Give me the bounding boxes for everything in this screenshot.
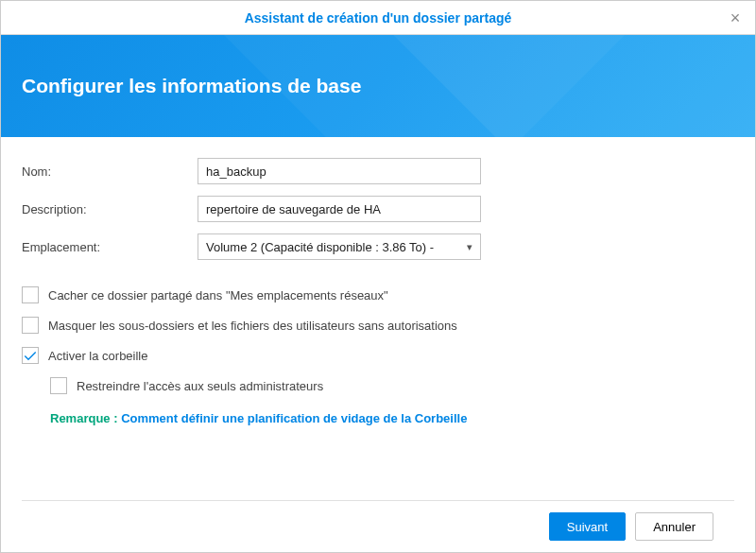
titlebar: Assistant de création d'un dossier parta…: [1, 1, 755, 35]
row-name: Nom:: [22, 158, 734, 184]
recycle-bin-checkbox[interactable]: [22, 347, 39, 364]
hide-folder-label: Cacher ce dossier partagé dans "Mes empl…: [48, 288, 388, 302]
name-label: Nom:: [22, 164, 198, 179]
checkbox-row-hide-folder: Cacher ce dossier partagé dans "Mes empl…: [22, 286, 734, 303]
note-link[interactable]: Comment définir une planification de vid…: [121, 411, 467, 425]
location-select[interactable]: Volume 2 (Capacité disponible : 3.86 To)…: [198, 233, 481, 260]
row-location: Emplacement: Volume 2 (Capacité disponib…: [22, 233, 734, 260]
hide-subfolders-label: Masquer les sous-dossiers et les fichier…: [48, 319, 457, 333]
banner-title: Configurer les informations de base: [22, 75, 361, 97]
row-description: Description:: [22, 196, 734, 222]
footer: Suivant Annuler: [22, 500, 734, 552]
chevron-down-icon: ▾: [467, 241, 472, 253]
hide-folder-checkbox[interactable]: [22, 286, 39, 303]
cancel-button[interactable]: Annuler: [635, 512, 713, 541]
banner: Configurer les informations de base: [1, 35, 755, 137]
hide-subfolders-checkbox[interactable]: [22, 317, 39, 334]
note-label: Remarque :: [50, 411, 121, 425]
description-label: Description:: [22, 202, 198, 216]
restrict-admin-checkbox[interactable]: [50, 377, 67, 394]
checkbox-row-hide-subfolders: Masquer les sous-dossiers et les fichier…: [22, 317, 734, 334]
restrict-admin-label: Restreindre l'accès aux seuls administra…: [77, 379, 323, 393]
location-label: Emplacement:: [22, 240, 198, 254]
close-icon[interactable]: ×: [727, 9, 744, 26]
location-selected-value: Volume 2 (Capacité disponible : 3.86 To)…: [206, 240, 434, 254]
recycle-bin-label: Activer la corbeille: [48, 349, 148, 363]
checkbox-row-recycle-bin: Activer la corbeille: [22, 347, 734, 364]
content: Nom: Description: Emplacement: Volume 2 …: [1, 137, 755, 500]
description-input[interactable]: [198, 196, 481, 222]
note-row: Remarque : Comment définir une planifica…: [50, 411, 734, 425]
name-input[interactable]: [198, 158, 481, 184]
dialog: Assistant de création d'un dossier parta…: [0, 0, 756, 553]
checkbox-row-restrict-admin: Restreindre l'accès aux seuls administra…: [50, 377, 734, 394]
next-button[interactable]: Suivant: [549, 512, 626, 541]
dialog-title: Assistant de création d'un dossier parta…: [245, 10, 512, 26]
